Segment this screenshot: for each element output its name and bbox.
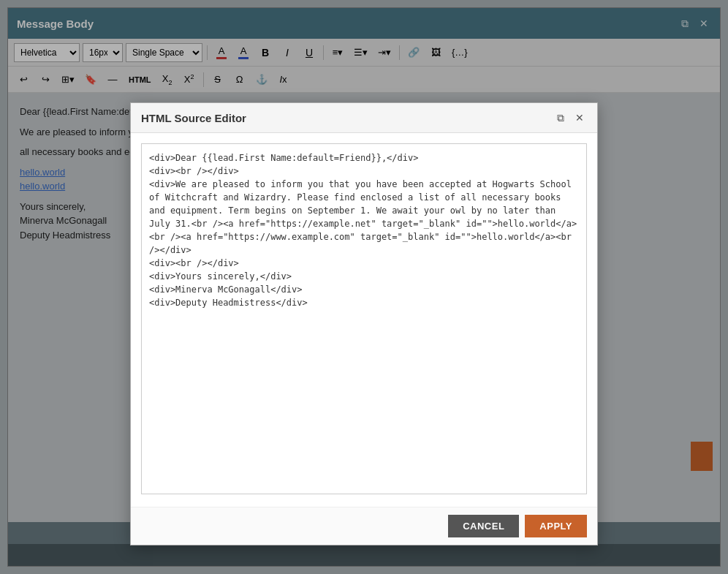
modal-body	[131, 133, 597, 507]
apply-button[interactable]: APPLY	[525, 515, 587, 537]
modal-footer: CANCEL APPLY	[131, 507, 597, 545]
modal-title-bar: HTML Source Editor ⧉ ✕	[131, 103, 597, 133]
modal-title: HTML Source Editor	[141, 112, 246, 124]
modal-title-controls: ⧉ ✕	[553, 110, 587, 125]
html-source-editor-modal: HTML Source Editor ⧉ ✕ CANCEL APPLY	[130, 102, 598, 545]
modal-restore-button[interactable]: ⧉	[553, 110, 568, 125]
cancel-button[interactable]: CANCEL	[448, 515, 519, 537]
modal-overlay: HTML Source Editor ⧉ ✕ CANCEL APPLY	[0, 0, 728, 574]
modal-close-button[interactable]: ✕	[572, 110, 587, 125]
html-source-textarea[interactable]	[141, 143, 587, 494]
